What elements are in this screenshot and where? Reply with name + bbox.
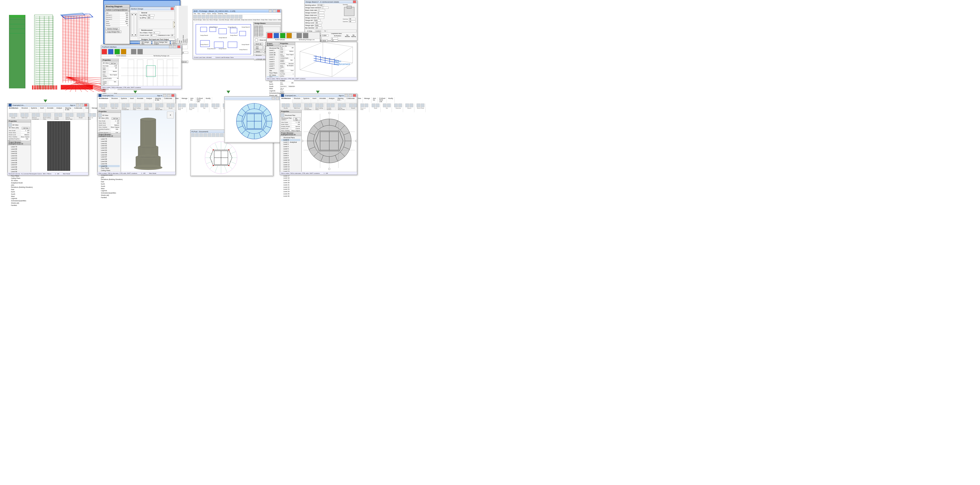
signin[interactable]: Sign In [339, 95, 344, 96]
toolbar-icon[interactable] [214, 15, 218, 19]
ribbon-icon[interactable] [178, 104, 181, 107]
maximize-icon[interactable] [273, 10, 276, 13]
tab-systems[interactable]: Systems [30, 107, 39, 112]
fy-field[interactable]: 460 [147, 17, 154, 19]
tree-item[interactable]: East [9, 188, 30, 191]
tree-item[interactable]: Level 91 [99, 165, 120, 168]
tab-analyze[interactable]: Analyze [145, 97, 154, 103]
minimize-icon[interactable] [269, 10, 272, 13]
ribbon-icon[interactable] [327, 104, 331, 107]
signin[interactable]: Sign In [70, 104, 75, 106]
tab-analyze[interactable]: Analyze [328, 97, 336, 103]
ribbon-icon[interactable] [212, 104, 215, 107]
ribbon-icon[interactable] [417, 104, 420, 107]
toolbar-item[interactable]: Beams Manager [210, 19, 218, 21]
analysis-icon[interactable] [131, 49, 137, 54]
tree-item[interactable]: Level 10 [281, 159, 301, 161]
pldesign-plan-view[interactable]: Design Beam6Design Beam7Design Beam8Desi… [193, 22, 253, 56]
ribbon-icon[interactable] [156, 104, 159, 107]
tree-item[interactable]: Structural Plans [267, 47, 278, 49]
ribbon-icon[interactable] [43, 113, 47, 117]
tree-item[interactable]: Structural Plans [281, 137, 301, 139]
reinf-v[interactable]: Auto [315, 24, 321, 26]
tree-item[interactable]: Level 18 [281, 177, 301, 179]
edit-type-btn[interactable]: Edit Type [112, 117, 120, 120]
toolbar-icon[interactable] [197, 15, 201, 19]
tree-item[interactable]: {3D} [99, 176, 120, 179]
ribbon-icon[interactable] [193, 104, 197, 107]
tree-item[interactable]: Level 84 [9, 157, 30, 159]
minimize-icon[interactable] [272, 97, 275, 100]
reinf-v[interactable]: 40 [315, 22, 322, 24]
tree-item[interactable]: Level 5 [281, 148, 301, 150]
ribbon-icon[interactable] [320, 104, 323, 107]
search-input[interactable] [26, 105, 46, 105]
reinf-v[interactable]: EY-M2 [317, 4, 324, 6]
tree-item[interactable]: Level 26 [281, 195, 301, 198]
tree-item[interactable]: South [9, 193, 30, 195]
tree-item[interactable]: North [99, 183, 120, 185]
toolbar-icon[interactable] [199, 133, 203, 137]
tab-architecture[interactable]: Architecture [97, 97, 110, 103]
tree-item[interactable]: Schedules/Quantities [267, 92, 278, 94]
ribbon-icon[interactable] [189, 104, 193, 107]
ndfiles-btn[interactable]: ND design files [140, 41, 151, 45]
tab-architecture[interactable]: Architecture [8, 107, 20, 113]
tab-massing-s-[interactable]: Massing & S... [336, 97, 345, 103]
ribbon-icon[interactable] [81, 113, 84, 117]
tree-item[interactable]: East [99, 181, 120, 183]
ribbon-icon[interactable] [309, 104, 312, 107]
copy-flex-btn[interactable]: Copy Design Flex [105, 30, 121, 33]
ribbon-icon[interactable] [111, 104, 114, 107]
tree-item[interactable]: 3D Views [9, 179, 30, 182]
menu-item[interactable]: Import [207, 13, 211, 14]
tree-item[interactable]: Level 19 [281, 179, 301, 182]
ribbon-icon[interactable] [171, 104, 175, 107]
tree-item[interactable]: Level 87 [9, 164, 30, 166]
side-tab[interactable]: Drawing [186, 6, 188, 43]
tree-item[interactable]: South [99, 185, 120, 188]
tree-item[interactable]: Level 21 [281, 184, 301, 186]
ribbon-icon[interactable] [349, 104, 353, 107]
ribbon-icon[interactable] [133, 104, 137, 107]
tab-add-ins[interactable]: Add-Ins [371, 97, 378, 103]
menu-item[interactable]: Help [224, 13, 227, 14]
tree-item[interactable]: Level 6 [267, 63, 278, 65]
tree-item[interactable]: Level 1 [267, 49, 278, 52]
toolbar-icon[interactable] [193, 15, 197, 19]
toolbar-icon[interactable] [222, 15, 226, 19]
toolbar-icon[interactable] [206, 15, 209, 19]
revit3-plan-view[interactable] [302, 110, 357, 172]
reinf-v[interactable]: 0 [317, 12, 324, 14]
ribbon-icon[interactable] [216, 104, 220, 107]
tab-view[interactable]: View [174, 97, 180, 103]
tree-item[interactable]: Legends [9, 198, 30, 200]
toolbar-item[interactable]: Design Columns [269, 19, 277, 21]
close-icon[interactable] [171, 94, 175, 97]
menu-item[interactable]: Action [202, 13, 206, 14]
maximize-icon[interactable] [173, 45, 176, 48]
close-icon[interactable] [170, 7, 174, 10]
tree-item[interactable]: Level 80 [99, 140, 120, 142]
toolbar-item[interactable]: Deflection Strips [278, 19, 281, 21]
tree-item[interactable]: Level 82 [99, 145, 120, 147]
ribbon-icon[interactable] [21, 113, 24, 117]
ribbon-icon[interactable] [342, 104, 346, 107]
ribbon-icon[interactable] [398, 104, 402, 107]
ribbon-icon[interactable] [10, 113, 13, 117]
tree-item[interactable]: Level 4 [267, 58, 278, 61]
ribbon-icon[interactable] [115, 104, 118, 107]
toolbar-icon[interactable] [195, 133, 199, 137]
ribbon-icon[interactable] [88, 113, 92, 117]
ribbon-icon[interactable] [205, 104, 208, 107]
tree-item[interactable]: 3D Views [267, 74, 278, 77]
tree-item[interactable]: Level 86 [99, 154, 120, 156]
tab-modify[interactable]: Modify [204, 97, 212, 103]
toolbar-icon[interactable] [204, 133, 207, 137]
ribbon-icon[interactable] [182, 104, 186, 107]
tab-massing-site[interactable]: Massing & Site [64, 107, 73, 112]
tree-item[interactable]: Level 85 [99, 152, 120, 154]
ribbon-icon[interactable] [59, 113, 62, 117]
toolbar-icon[interactable] [210, 15, 213, 19]
ribbon-icon[interactable] [394, 104, 398, 107]
